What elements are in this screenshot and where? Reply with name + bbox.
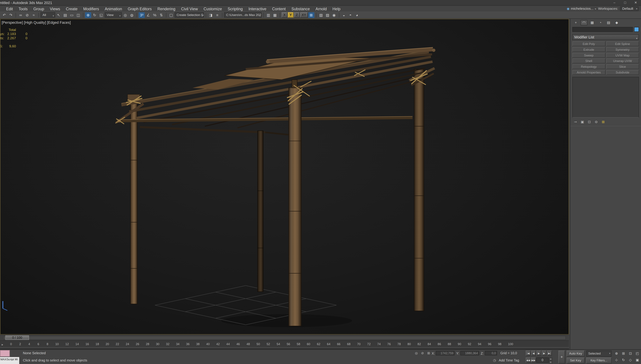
modify-tab[interactable]: ◠ bbox=[580, 20, 587, 26]
modifier-edit-poly-button[interactable]: Edit Poly bbox=[572, 41, 605, 46]
utilities-tab[interactable]: ◆ bbox=[613, 20, 620, 26]
make-unique-icon[interactable]: ⊡ bbox=[587, 119, 592, 124]
spinner-down-icon[interactable]: ▾ bbox=[549, 361, 552, 364]
toolbar-separator[interactable] bbox=[166, 12, 166, 17]
toolbar-separator[interactable] bbox=[206, 12, 206, 17]
select-and-manipulate-icon[interactable]: ◍ bbox=[129, 12, 135, 18]
reference-coordinate-dropdown[interactable]: View bbox=[105, 12, 122, 18]
track-bar[interactable]: ▸ 02468101214161820222426283032343638404… bbox=[0, 340, 569, 349]
toolbar-separator[interactable] bbox=[16, 12, 16, 17]
angle-snap-icon[interactable]: ∠ bbox=[145, 12, 151, 18]
maximize-button[interactable]: □ bbox=[620, 0, 630, 6]
modifier-list-dropdown[interactable]: Modifier List bbox=[572, 34, 639, 40]
go-to-end-button[interactable]: ▶| bbox=[547, 350, 552, 356]
previous-key-button[interactable]: ◀◀ bbox=[526, 358, 531, 363]
select-object-icon[interactable]: ↖ bbox=[56, 12, 62, 18]
titlebar[interactable]: Untitled - Autodesk 3ds Max 2021 – □ ✕ bbox=[0, 0, 641, 6]
toolbar-separator[interactable] bbox=[136, 12, 137, 17]
y-coord-field[interactable]: 1880,364 bbox=[460, 351, 479, 356]
motion-tab[interactable]: ◔ bbox=[597, 20, 604, 26]
menu-arnold[interactable]: Arnold bbox=[312, 6, 330, 11]
zoom-icon[interactable]: ⊕ bbox=[613, 350, 620, 356]
modifier-subdivide-button[interactable]: Subdivide bbox=[606, 70, 639, 75]
go-to-start-button[interactable]: |◀ bbox=[526, 350, 531, 356]
selection-lock-toggle-icon[interactable]: ⊘ bbox=[420, 351, 425, 356]
toolbar-separator[interactable] bbox=[83, 12, 83, 17]
menu-help[interactable]: Help bbox=[330, 6, 343, 11]
menu-civil-view[interactable]: Civil View bbox=[178, 6, 201, 11]
restrict-z-button[interactable]: Z bbox=[294, 12, 299, 18]
edit-named-selection-sets-icon[interactable]: ▢ bbox=[168, 12, 174, 18]
menu-edit[interactable]: Edit bbox=[3, 6, 16, 11]
mirror-icon[interactable]: ◨ bbox=[208, 12, 214, 18]
align-icon[interactable]: ≡ bbox=[214, 12, 220, 18]
maxscript-mini-listener[interactable]: MAXScript Mi bbox=[0, 357, 19, 364]
restrict-x-button[interactable]: X bbox=[282, 12, 287, 18]
pan-view-icon[interactable]: ⊹ bbox=[613, 357, 620, 363]
create-tab[interactable]: + bbox=[572, 20, 579, 26]
absolute-offset-toggle-icon[interactable]: ⊞ bbox=[426, 351, 431, 356]
modifier-unwrap-uvw-button[interactable]: Unwrap UVW bbox=[606, 58, 639, 63]
modifier-arnold-properties-button[interactable]: Arnold Properties bbox=[572, 70, 605, 75]
toolbar-separator[interactable] bbox=[222, 12, 222, 17]
time-slider-handle[interactable]: 0 / 100 bbox=[6, 335, 29, 340]
render-setup-icon[interactable]: ◒ bbox=[341, 12, 347, 18]
hierarchy-tab[interactable]: ▦ bbox=[589, 20, 596, 26]
percent-snap-icon[interactable]: % bbox=[152, 12, 158, 18]
menu-content[interactable]: Content bbox=[269, 6, 289, 11]
x-coord-field[interactable]: 1742,759 bbox=[436, 351, 454, 356]
show-end-result-icon[interactable]: ▣ bbox=[580, 119, 585, 124]
workspace-dropdown[interactable]: Default bbox=[620, 6, 639, 11]
viewport-label[interactable]: [Perspective] [High Quality] [Edged Face… bbox=[2, 20, 71, 24]
toolbar-separator[interactable] bbox=[263, 12, 264, 17]
modifier-edit-spline-button[interactable]: Edit Spline bbox=[606, 41, 639, 46]
previous-frame-button[interactable]: ◀ bbox=[531, 350, 536, 356]
time-slider[interactable]: 0 / 100 bbox=[0, 334, 569, 340]
key-filters-button[interactable]: Key Filters... bbox=[586, 358, 611, 364]
set-key-mode-toggle[interactable]: + bbox=[558, 350, 565, 364]
rendered-frame-window-icon[interactable]: ◓ bbox=[347, 12, 353, 18]
select-and-scale-icon[interactable]: ◱ bbox=[98, 12, 104, 18]
play-animation-button[interactable]: ▶ bbox=[536, 350, 541, 356]
render-production-icon[interactable]: ◕ bbox=[354, 12, 360, 18]
time-slider-groove[interactable] bbox=[3, 336, 566, 340]
named-selection-sets-dropdown[interactable]: Create Selection Se bbox=[175, 12, 204, 18]
redo-icon[interactable]: ↷ bbox=[8, 12, 14, 18]
frame-spinner[interactable]: ▴ ▾ bbox=[549, 358, 552, 363]
modifier-symmetry-button[interactable]: Symmetry bbox=[606, 47, 639, 52]
select-by-name-icon[interactable]: ▤ bbox=[62, 12, 68, 18]
toggle-layer-explorer-icon[interactable]: ▦ bbox=[272, 12, 278, 18]
signed-in-user-button[interactable]: ◉ michelescios... ▾ bbox=[567, 6, 596, 10]
modifier-sweep-button[interactable]: Sweep bbox=[572, 53, 605, 58]
menu-group[interactable]: Group bbox=[31, 6, 47, 11]
modifier-extrude-button[interactable]: Extrude bbox=[572, 47, 605, 52]
display-tab[interactable]: ▤ bbox=[605, 20, 612, 26]
modifier-stack-list[interactable] bbox=[572, 77, 639, 118]
toolbar-separator[interactable] bbox=[280, 12, 280, 17]
schematic-view-icon[interactable]: ▨ bbox=[325, 12, 331, 18]
key-mode-toggle-icon[interactable]: ◇ bbox=[627, 357, 634, 363]
restrict-y-button[interactable]: Y bbox=[288, 12, 293, 18]
menu-graph-editors[interactable]: Graph Editors bbox=[125, 6, 155, 11]
object-color-swatch[interactable] bbox=[634, 27, 639, 32]
axis-constraints-icon[interactable]: ⊞ bbox=[308, 12, 314, 18]
toolbar-separator[interactable] bbox=[39, 12, 39, 17]
configure-modifier-sets-icon[interactable]: ⊞ bbox=[600, 119, 606, 124]
next-key-button[interactable]: ▶▶ bbox=[531, 358, 536, 363]
spinner-snap-icon[interactable]: ⇅ bbox=[158, 12, 164, 18]
object-name-field[interactable] bbox=[572, 27, 633, 32]
isolate-selection-toggle-icon[interactable]: ◎ bbox=[414, 351, 419, 356]
set-key-button[interactable]: Set Key bbox=[567, 358, 585, 364]
menu-create[interactable]: Create bbox=[63, 6, 81, 11]
next-frame-button[interactable]: ▶ bbox=[542, 350, 546, 356]
menu-animation[interactable]: Animation bbox=[102, 6, 125, 11]
macro-recorder-field[interactable] bbox=[0, 350, 10, 357]
zoom-region-icon[interactable]: ◰ bbox=[634, 350, 641, 356]
select-and-rotate-icon[interactable]: ↻ bbox=[92, 12, 98, 18]
spinner-up-icon[interactable]: ▴ bbox=[549, 358, 552, 361]
toolbar-separator[interactable] bbox=[339, 12, 339, 17]
add-time-tag-button[interactable]: Add Time Tag bbox=[499, 358, 519, 362]
window-crossing-icon[interactable]: ◫ bbox=[75, 12, 81, 18]
snaps-toggle-icon[interactable]: 3³ bbox=[139, 12, 145, 18]
menu-substance[interactable]: Substance bbox=[289, 6, 313, 11]
